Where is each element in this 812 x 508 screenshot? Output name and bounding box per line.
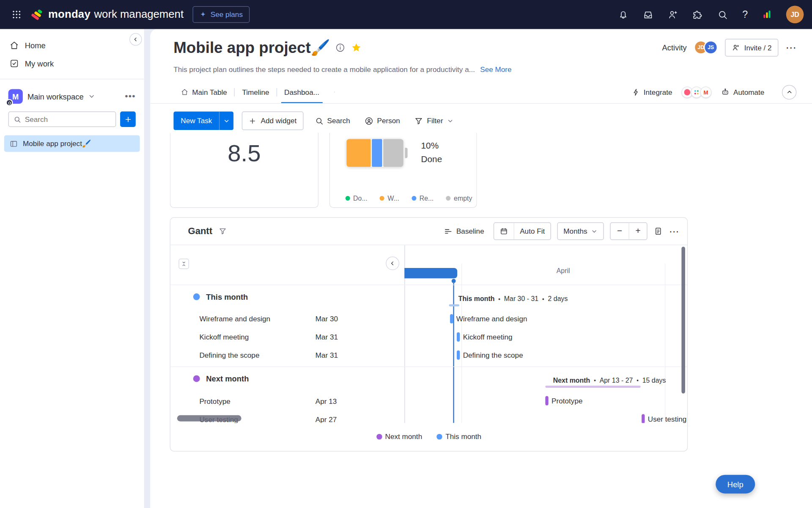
board-icon: [9, 139, 18, 148]
help-button[interactable]: Help: [716, 475, 755, 494]
auto-fit-button[interactable]: Auto Fit: [513, 223, 550, 240]
person-filter-button[interactable]: Person: [362, 111, 403, 130]
sidebar-item-my-work[interactable]: My work: [4, 55, 140, 73]
invite-members-icon[interactable]: [668, 9, 679, 20]
task-name: Prototype: [199, 397, 230, 405]
board-view: Mobile app project🖌️ Activity JD JS Invi…: [150, 29, 812, 508]
tab-main-table[interactable]: Main Table: [173, 81, 234, 103]
battery-percent: 10%: [421, 139, 442, 153]
gantt-gridline: [461, 264, 462, 423]
gantt-filter-funnel-icon[interactable]: [219, 227, 227, 235]
gantt-title[interactable]: Gantt: [188, 226, 212, 237]
notifications-bell-icon[interactable]: [618, 9, 629, 20]
gantt-group-range-bar[interactable]: [449, 304, 459, 306]
chevron-left-icon: [132, 36, 139, 43]
gantt-group-row-next-month[interactable]: Next month: [170, 370, 404, 388]
activity-button[interactable]: Activity: [662, 43, 687, 52]
search-icon[interactable]: [717, 9, 728, 20]
gantt-options-icon[interactable]: ⋯: [669, 225, 679, 237]
user-avatar[interactable]: JD: [786, 6, 804, 23]
new-task-button[interactable]: New Task: [173, 111, 219, 130]
legend-dot: [346, 196, 350, 201]
gantt-group-row-this-month[interactable]: This month: [170, 288, 404, 306]
gantt-bar-task[interactable]: [545, 396, 548, 406]
help-question-icon[interactable]: ?: [742, 9, 748, 20]
group-name: This month: [206, 293, 248, 301]
sidebar-board-mobile-app-project[interactable]: Mobile app project🖌️: [4, 135, 140, 152]
search-button[interactable]: Search: [312, 111, 353, 130]
brand-suffix: work management: [94, 8, 184, 20]
legend-label: This month: [445, 432, 481, 441]
topbar-actions: ? JD: [618, 6, 804, 23]
group-color-dot: [193, 293, 200, 300]
workspace-options-button[interactable]: •••: [125, 91, 136, 102]
monday-logo[interactable]: monday work management: [31, 8, 184, 21]
sidebar-item-home[interactable]: Home: [4, 36, 140, 55]
battery-text: 10% Done: [421, 139, 442, 167]
my-work-check-icon: [9, 58, 19, 68]
gantt-bar-task[interactable]: [450, 314, 453, 323]
gantt-bar-label: Kickoff meeting: [463, 332, 513, 342]
avatar[interactable]: JS: [704, 41, 718, 55]
gantt-widget: Gantt Baseline Auto Fit: [170, 217, 688, 451]
gantt-task-row[interactable]: Defining the scope Mar 31: [170, 346, 404, 364]
gantt-bar-project[interactable]: [404, 268, 457, 278]
workspace-name: Main workspace: [27, 92, 84, 101]
collapse-task-panel-button[interactable]: [386, 257, 399, 270]
baseline-button[interactable]: Baseline: [441, 227, 487, 236]
inbox-tray-icon[interactable]: [643, 9, 654, 20]
apps-grid-icon[interactable]: [8, 6, 25, 23]
invite-button[interactable]: Invite / 2: [725, 39, 778, 56]
info-icon[interactable]: [335, 42, 346, 52]
calendar-button[interactable]: [494, 223, 514, 240]
plus-icon: [334, 88, 335, 96]
board-options-icon[interactable]: ⋯: [786, 41, 797, 53]
tab-dashboard[interactable]: Dashboa...: [277, 81, 326, 103]
sidebar-search-box[interactable]: [8, 111, 116, 127]
collapse-all-groups-button[interactable]: [178, 259, 189, 269]
vertical-scrollbar-thumb[interactable]: [681, 247, 685, 394]
export-doc-icon[interactable]: [653, 226, 663, 236]
gantt-task-row[interactable]: Kickoff meeting Mar 31: [170, 328, 404, 346]
see-more-link[interactable]: See More: [480, 65, 511, 74]
zoom-in-button[interactable]: +: [629, 223, 647, 240]
sidebar-collapse-button[interactable]: [129, 33, 142, 45]
horizontal-scrollbar-thumb[interactable]: [177, 415, 241, 422]
products-chart-icon[interactable]: [762, 9, 772, 19]
apps-marketplace-puzzle-icon[interactable]: [693, 9, 704, 20]
new-task-dropdown-button[interactable]: [219, 111, 233, 130]
zoom-buttons-group: − +: [610, 222, 647, 240]
filter-button[interactable]: Filter: [411, 111, 457, 130]
sidebar-search-row: [8, 111, 136, 127]
see-plans-button[interactable]: See plans: [193, 6, 250, 23]
legend-dot: [376, 433, 382, 439]
collapse-header-button[interactable]: [782, 85, 796, 99]
add-board-button[interactable]: [120, 111, 136, 127]
gantt-task-row[interactable]: Prototype Apr 13: [170, 392, 404, 410]
integrate-button[interactable]: Integrate: [628, 88, 675, 97]
workspace-switcher[interactable]: M Main workspace •••: [4, 86, 140, 107]
zoom-level-dropdown[interactable]: Months: [558, 223, 604, 240]
battery-widget[interactable]: 10% Done Do...W...Re...empty: [329, 133, 477, 208]
app: monday work management See plans ? JD Ho…: [0, 0, 812, 508]
gantt-bar-task[interactable]: [457, 332, 460, 342]
gantt-group-range-bar[interactable]: [545, 386, 640, 388]
legend-item: W...: [380, 194, 399, 202]
legend-label: W...: [387, 194, 399, 202]
add-widget-button[interactable]: Add widget: [242, 111, 303, 130]
integration-app-icons: M: [682, 86, 712, 98]
main-background: Mobile app project🖌️ Activity JD JS Invi…: [144, 29, 812, 508]
page-title[interactable]: Mobile app project🖌️: [173, 39, 330, 57]
gmail-icon[interactable]: M: [700, 86, 712, 98]
gantt-bar-task[interactable]: [457, 351, 460, 360]
add-view-button[interactable]: [326, 81, 342, 103]
tab-timeline[interactable]: Timeline: [235, 81, 276, 103]
month-label: April: [461, 267, 665, 275]
number-widget[interactable]: 8.5: [170, 133, 318, 208]
favorite-star-icon[interactable]: [351, 42, 362, 53]
sidebar-search-input[interactable]: [25, 115, 111, 124]
sidebar-item-label: My work: [25, 59, 54, 68]
automate-button[interactable]: Automate: [718, 88, 767, 97]
gantt-task-row[interactable]: Wireframe and design Mar 30: [170, 309, 404, 328]
zoom-out-button[interactable]: −: [611, 223, 629, 240]
